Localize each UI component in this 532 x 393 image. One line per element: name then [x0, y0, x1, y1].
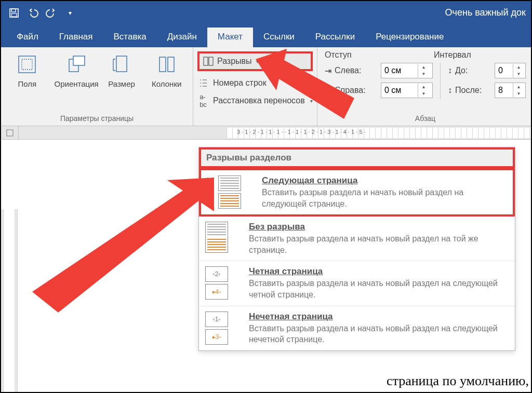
page-setup-group-label: Параметры страницы	[5, 111, 189, 126]
title-bar: ▾ Очень важный док	[1, 1, 531, 24]
chevron-down-icon: ▾	[256, 59, 259, 64]
svg-rect-7	[116, 56, 127, 72]
tab-insert[interactable]: Вставка	[103, 28, 157, 47]
selection-indicator-icon: ▶	[207, 175, 213, 209]
redo-icon[interactable]	[46, 7, 57, 19]
svg-rect-10	[204, 57, 208, 65]
size-icon	[110, 52, 134, 76]
document-body-text: страница по умолчанию,	[387, 373, 529, 389]
svg-rect-11	[209, 57, 213, 65]
line-numbers-button[interactable]: Номера строк▾	[197, 77, 313, 89]
section-break-next-page[interactable]: ▶ Следующая страница Вставить разрыв раз…	[199, 168, 515, 216]
svg-rect-1	[11, 9, 16, 12]
breaks-dropdown: Разрывы разделов ▶ Следующая страница Вс…	[198, 147, 515, 351]
svg-rect-8	[159, 57, 166, 72]
tab-mailings[interactable]: Рассылки	[305, 28, 365, 47]
section-breaks-header: Разрывы разделов	[199, 147, 515, 168]
tab-file[interactable]: Файл	[6, 28, 49, 47]
tab-references[interactable]: Ссылки	[253, 28, 305, 47]
columns-icon	[155, 52, 179, 76]
tab-layout[interactable]: Макет	[207, 28, 253, 47]
svg-rect-3	[19, 56, 35, 73]
section-break-even-page[interactable]: ▫2▫ ▸4▫ Четная страница Вставить разрыв …	[199, 261, 515, 306]
svg-rect-2	[11, 13, 17, 17]
svg-rect-4	[22, 59, 32, 70]
indent-left-icon: ⇥	[325, 66, 331, 76]
svg-rect-12	[7, 130, 13, 136]
save-icon[interactable]	[8, 7, 20, 19]
orientation-icon	[64, 52, 88, 76]
columns-button[interactable]: Колонки	[144, 50, 189, 88]
tab-review[interactable]: Рецензирование	[365, 28, 454, 47]
indent-header: Отступ	[325, 50, 434, 60]
qat-customize-icon[interactable]: ▾	[64, 7, 76, 19]
tab-design[interactable]: Дизайн	[157, 28, 207, 47]
paragraph-group-label: Абзац	[325, 111, 526, 126]
hyphenation-icon: a-bc	[197, 95, 209, 106]
horizontal-ruler[interactable]: 3 · 1 · 2 · 1 · 1 · 1 · · 1 · 1 · 1 · 2 …	[1, 126, 531, 140]
ruler-corner-icon	[1, 126, 19, 140]
thumb-icon: ▸3▫	[205, 329, 228, 345]
svg-rect-9	[168, 57, 174, 72]
spacing-after-icon: ↕	[448, 86, 452, 95]
thumb-icon	[205, 222, 228, 253]
undo-icon[interactable]	[27, 7, 38, 19]
thumb-icon: ▫1▫	[205, 311, 228, 327]
spacing-header: Интервал	[434, 50, 471, 60]
thumb-icon: ▫2▫	[205, 266, 228, 282]
vertical-ruler[interactable]	[1, 209, 18, 392]
hyphenation-button[interactable]: a-bc Расстановка переносов▾	[197, 95, 313, 106]
spacing-before-icon: ↕	[448, 66, 452, 75]
orientation-button[interactable]: Ориентация	[55, 50, 99, 88]
document-title: Очень важный док	[445, 7, 526, 18]
ribbon-tabs: Файл Главная Вставка Дизайн Макет Ссылки…	[1, 24, 531, 47]
document-area: Разрывы разделов ▶ Следующая страница Вс…	[1, 140, 531, 392]
spacing-before-input[interactable]: ▲▼	[495, 63, 526, 78]
line-numbers-icon	[197, 77, 209, 89]
spacing-after-input[interactable]: ▲▼	[495, 83, 526, 98]
section-break-odd-page[interactable]: ▫1▫ ▸3▫ Нечетная страница Вставить разры…	[199, 306, 515, 350]
indent-right-icon: ⇤	[325, 86, 331, 96]
section-break-continuous[interactable]: Без разрыва Вставить разрыв раздела и на…	[199, 216, 515, 261]
breaks-icon	[203, 56, 214, 67]
margins-icon	[15, 52, 39, 76]
indent-left-input[interactable]: ▲▼	[381, 63, 433, 78]
breaks-button[interactable]: Разрывы▾	[197, 51, 313, 71]
thumb-icon	[218, 175, 241, 191]
margins-button[interactable]: Поля	[5, 50, 49, 88]
indent-right-input[interactable]: ▲▼	[381, 83, 433, 98]
ribbon: Поля Ориентация Размер Колонки Параметры…	[1, 47, 531, 126]
thumb-icon	[218, 193, 241, 209]
size-button[interactable]: Размер	[104, 50, 140, 88]
svg-rect-6	[73, 56, 85, 65]
tab-home[interactable]: Главная	[49, 28, 103, 47]
thumb-icon: ▸4▫	[205, 284, 228, 300]
